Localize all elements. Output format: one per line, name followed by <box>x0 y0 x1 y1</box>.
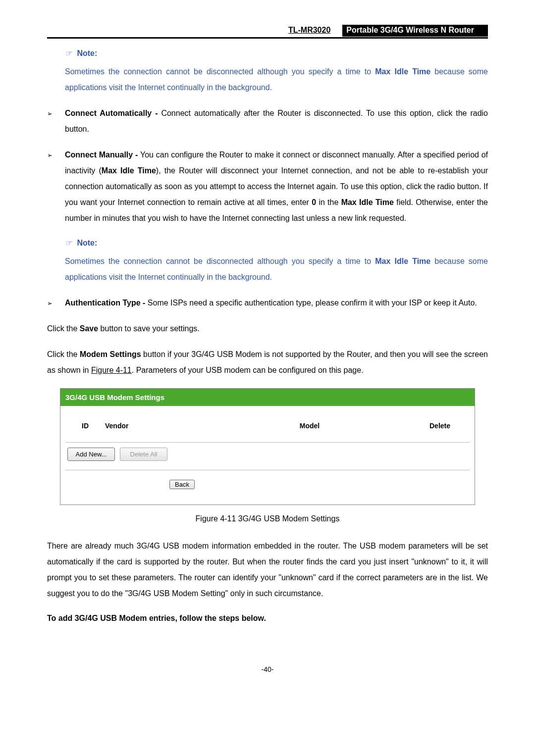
page-header: TL-MR3020 Portable 3G/4G Wireless N Rout… <box>47 25 488 39</box>
bullet-marker-icon: ➢ <box>47 295 65 311</box>
paragraph-modem-settings: Click the Modem Settings button if your … <box>47 347 488 378</box>
modem-settings-panel: 3G/4G USB Modem Settings ID Vendor Model… <box>60 388 475 505</box>
col-header-id: ID <box>65 420 105 432</box>
figure-link[interactable]: Figure 4-11 <box>91 366 132 374</box>
figure-caption: Figure 4-11 3G/4G USB Modem Settings <box>47 512 488 526</box>
bullet-marker-icon: ➢ <box>47 105 65 137</box>
page-number: -40- <box>47 665 488 673</box>
col-header-model: Model <box>209 420 410 432</box>
back-button[interactable]: Back <box>169 480 195 489</box>
table-header-row: ID Vendor Model Delete <box>65 417 470 435</box>
bullet-connect-automatically: ➢ Connect Automatically - Connect automa… <box>47 105 488 137</box>
note-body-1: Sometimes the connection cannot be disco… <box>65 64 488 96</box>
note-heading-1: ☞ Note: <box>65 47 488 61</box>
col-header-delete: Delete <box>410 420 470 432</box>
note-heading-2: ☞ Note: <box>65 236 488 251</box>
add-new-button[interactable]: Add New... <box>67 448 115 461</box>
paragraph-save: Click the Save button to save your setti… <box>47 321 488 337</box>
panel-title: 3G/4G USB Modem Settings <box>60 389 475 406</box>
pointing-hand-icon: ☞ <box>65 239 72 247</box>
device-model: TL-MR3020 <box>284 25 334 37</box>
note-body-2: Sometimes the connection cannot be disco… <box>65 253 488 285</box>
add-entries-heading: To add 3G/4G USB Modem entries, follow t… <box>47 611 488 626</box>
pointing-hand-icon: ☞ <box>65 49 72 57</box>
bullet-marker-icon: ➢ <box>47 147 65 226</box>
bullet-connect-manually: ➢ Connect Manually - You can configure t… <box>47 147 488 226</box>
col-header-vendor: Vendor <box>105 420 209 432</box>
bullet-authentication-type: ➢ Authentication Type - Some ISPs need a… <box>47 295 488 311</box>
paragraph-after-figure: There are already much 3G/4G USB modem i… <box>47 538 488 602</box>
device-title: Portable 3G/4G Wireless N Router <box>342 25 488 37</box>
delete-all-button: Delete All <box>120 448 167 461</box>
